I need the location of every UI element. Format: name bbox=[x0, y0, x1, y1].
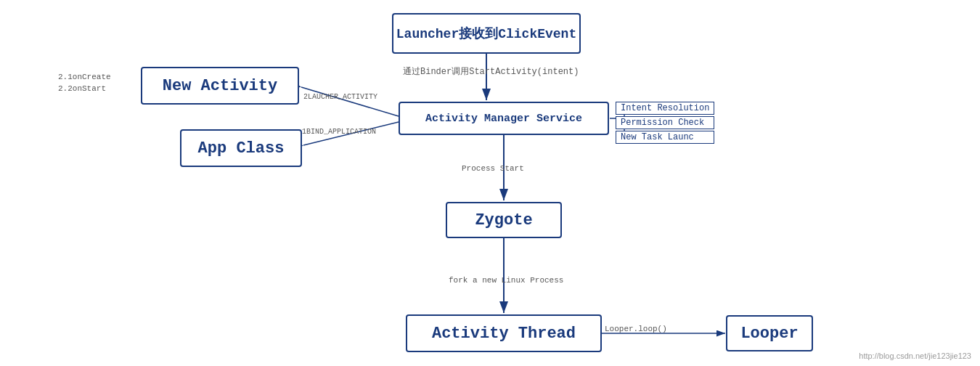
new-task-launc-label: New Task Launc bbox=[616, 131, 714, 144]
side-labels-container: Intent Resolution Permission Check New T… bbox=[616, 102, 714, 144]
looper-loop-label: Looper.loop() bbox=[605, 325, 667, 333]
looper-box: Looper bbox=[726, 315, 813, 351]
permission-check-label: Permission Check bbox=[616, 116, 714, 129]
ams-box: Activity Manager Service bbox=[399, 102, 609, 135]
fork-process-label: fork a new Linux Process bbox=[449, 276, 563, 285]
diagram: Launcher接收到ClickEvent Activity Manager S… bbox=[0, 0, 980, 366]
app-class-box: App Class bbox=[180, 129, 302, 167]
activity-thread-label: Activity Thread bbox=[432, 325, 576, 343]
ams-label: Activity Manager Service bbox=[425, 113, 582, 125]
zygote-label: Zygote bbox=[475, 211, 532, 229]
zygote-box: Zygote bbox=[446, 202, 562, 238]
arrows-svg bbox=[0, 0, 980, 366]
on-create-label: 2.1onCreate bbox=[58, 73, 111, 81]
activity-thread-box: Activity Thread bbox=[406, 314, 602, 352]
new-activity-label: New Activity bbox=[163, 77, 277, 95]
launcher-label: Launcher接收到ClickEvent bbox=[396, 25, 576, 42]
app-class-label: App Class bbox=[198, 139, 285, 158]
new-activity-box: New Activity bbox=[141, 67, 299, 105]
bind-application-label: 1BIND_APPLICATION bbox=[302, 128, 376, 136]
process-start-label: Process Start bbox=[462, 164, 524, 173]
svg-line-5 bbox=[301, 87, 399, 116]
laucher-activity-label: 2LAUCHER_ACTIVITY bbox=[303, 93, 377, 101]
intent-resolution-label: Intent Resolution bbox=[616, 102, 714, 115]
watermark: http://blog.csdn.net/jie123jie123 bbox=[859, 351, 971, 360]
on-start-label: 2.2onStart bbox=[58, 84, 106, 93]
looper-label: Looper bbox=[740, 325, 798, 343]
binder-call-label: 通过Binder调用StartActivity(intent) bbox=[403, 65, 579, 78]
launcher-box: Launcher接收到ClickEvent bbox=[392, 13, 581, 54]
